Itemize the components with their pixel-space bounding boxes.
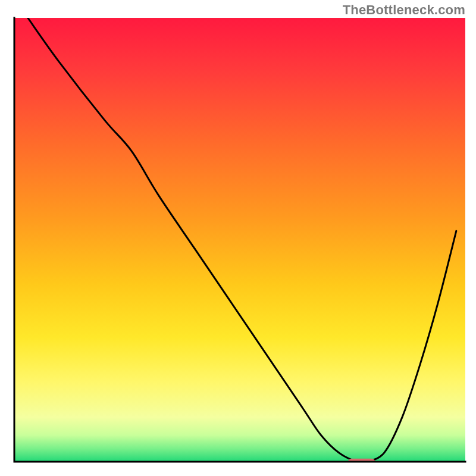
gradient-background (14, 18, 465, 462)
bottleneck-chart (0, 0, 476, 476)
chart-stage: TheBottleneck.com (0, 0, 476, 476)
